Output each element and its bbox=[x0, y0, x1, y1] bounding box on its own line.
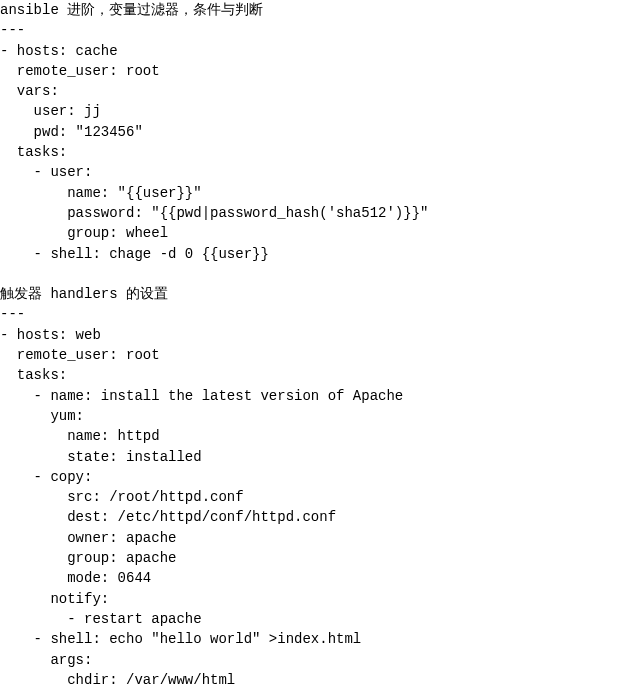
document-content: ansible 进阶，变量过滤器，条件与判断 --- - hosts: cach… bbox=[0, 0, 639, 692]
code-block: ansible 进阶，变量过滤器，条件与判断 --- - hosts: cach… bbox=[0, 0, 639, 692]
